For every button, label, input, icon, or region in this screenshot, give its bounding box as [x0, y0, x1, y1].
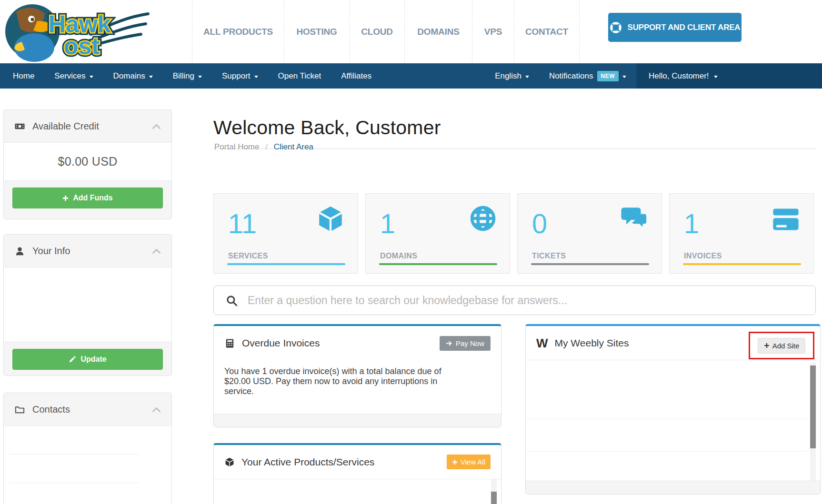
nav-services-label: Services: [54, 71, 85, 81]
nav-domains[interactable]: Domains: [103, 63, 163, 89]
nav-notifications[interactable]: Notifications NEW: [539, 63, 636, 89]
domains-label: DOMAINS: [380, 252, 417, 260]
top-nav-domains[interactable]: DOMAINS: [404, 0, 472, 63]
overdue-invoices-title: Overdue Invoices: [242, 337, 320, 349]
overdue-invoices-footer: [214, 414, 501, 427]
nav-billing-label: Billing: [173, 71, 194, 81]
collapse-chevron-icon[interactable]: [152, 121, 161, 132]
contacts-body: [4, 425, 171, 504]
add-funds-button[interactable]: Add Funds: [12, 188, 163, 208]
breadcrumb-portal-home[interactable]: Portal Home: [214, 142, 259, 151]
account-greeting: Hello, Customer!: [649, 71, 709, 81]
collapse-chevron-icon[interactable]: [152, 246, 161, 257]
your-info-title: Your Info: [32, 246, 70, 257]
products-scrollbar-thumb[interactable]: [491, 492, 497, 504]
main-navbar: Home Services Domains Billing Support Op…: [0, 63, 822, 89]
top-nav-vps[interactable]: VPS: [472, 0, 514, 63]
caret-down-icon: [198, 76, 202, 78]
caret-down-icon: [90, 76, 93, 78]
nav-support-label: Support: [222, 71, 251, 81]
nav-open-ticket-label: Open Ticket: [278, 71, 321, 81]
nav-affiliates[interactable]: Affiliates: [331, 63, 381, 89]
nav-home-label: Home: [13, 71, 34, 81]
caret-down-icon: [714, 76, 718, 78]
cube-icon: [316, 204, 345, 236]
stat-tile-tickets[interactable]: 0 TICKETS: [517, 193, 662, 274]
arrow-right-icon: [446, 340, 452, 346]
active-products-header: Your Active Products/Services View All: [214, 445, 501, 479]
contacts-panel: Contacts: [3, 393, 172, 504]
nav-domains-label: Domains: [113, 71, 145, 81]
tickets-underline: [531, 263, 649, 265]
nav-services[interactable]: Services: [44, 63, 103, 89]
knowledgebase-search: [213, 286, 816, 315]
invoices-underline: [683, 263, 801, 265]
active-products-panel: Your Active Products/Services View All: [213, 443, 501, 504]
overdue-invoices-panel: Overdue Invoices Pay Now You have 1 over…: [213, 324, 501, 427]
person-icon: [14, 246, 25, 257]
banknote-icon: [14, 121, 25, 132]
plus-icon: [62, 195, 69, 201]
available-credit-title: Available Credit: [32, 121, 99, 132]
breadcrumb: Portal Home / Client Area: [214, 142, 313, 152]
your-info-header: Your Info: [4, 235, 171, 267]
add-funds-label: Add Funds: [73, 194, 113, 202]
calculator-icon: [224, 338, 235, 349]
contact-list-row[interactable]: [10, 455, 140, 483]
life-ring-icon: [610, 21, 622, 34]
stats-row: 11 SERVICES 1 DOMAINS 0: [213, 193, 814, 274]
hawkhost-logo[interactable]: Hawk Hawk Hawk ost ost ost: [3, 1, 150, 62]
view-all-button[interactable]: View All: [447, 455, 491, 469]
caret-down-icon: [254, 76, 258, 78]
stat-tile-services[interactable]: 11 SERVICES: [213, 193, 358, 274]
weebly-sites-title: My Weebly Sites: [555, 337, 629, 349]
nav-notifications-label: Notifications: [549, 71, 593, 81]
weebly-scrollbar-thumb[interactable]: [810, 366, 816, 448]
collapse-chevron-icon[interactable]: [152, 404, 161, 415]
top-nav-contact[interactable]: CONTACT: [514, 0, 580, 63]
client-area-page: Hawk Hawk Hawk ost ost ost ALL PRODUCTS …: [0, 0, 822, 504]
domains-count: 1: [380, 210, 395, 237]
nav-billing[interactable]: Billing: [163, 63, 212, 89]
tickets-label: TICKETS: [532, 252, 566, 260]
cube-icon: [224, 457, 235, 467]
invoices-label: INVOICES: [684, 252, 722, 260]
nav-language[interactable]: English: [482, 63, 539, 89]
nav-home[interactable]: Home: [0, 63, 44, 89]
contact-list-row[interactable]: [10, 426, 140, 455]
nav-open-ticket[interactable]: Open Ticket: [268, 63, 331, 89]
nav-account-menu[interactable]: Hello, Customer!: [636, 63, 822, 89]
available-credit-header: Available Credit: [4, 110, 171, 142]
top-nav-cloud[interactable]: CLOUD: [349, 0, 404, 63]
folder-icon: [14, 404, 25, 415]
caret-down-icon: [149, 76, 153, 78]
top-nav-hosting[interactable]: HOSTING: [284, 0, 349, 63]
domains-underline: [379, 263, 497, 265]
plus-icon: [452, 459, 458, 465]
nav-support[interactable]: Support: [212, 63, 268, 89]
plus-icon: [764, 343, 770, 348]
caret-down-icon: [622, 76, 626, 78]
available-credit-panel: Available Credit $0.00 USD Add Funds: [3, 109, 172, 219]
update-info-button[interactable]: Update: [12, 349, 163, 370]
active-products-title: Your Active Products/Services: [241, 456, 374, 468]
contacts-title: Contacts: [32, 404, 70, 415]
hawkhost-logo-image: Hawk Hawk Hawk ost ost ost: [3, 1, 150, 62]
nav-language-label: English: [495, 71, 521, 81]
weebly-sites-footer: [526, 481, 820, 494]
top-nav-all-products[interactable]: ALL PRODUCTS: [192, 0, 284, 63]
available-credit-amount: $0.00 USD: [4, 142, 171, 181]
available-credit-footer: Add Funds: [4, 181, 171, 215]
stat-tile-invoices[interactable]: 1 INVOICES: [669, 193, 814, 274]
contacts-header: Contacts: [4, 393, 171, 425]
top-header: Hawk Hawk Hawk ost ost ost ALL PRODUCTS …: [0, 0, 822, 63]
view-all-label: View All: [461, 458, 485, 466]
knowledgebase-search-input[interactable]: [247, 294, 804, 307]
pay-now-button[interactable]: Pay Now: [440, 336, 491, 351]
support-client-area-button[interactable]: SUPPORT AND CLIENT AREA: [608, 13, 742, 42]
invoices-count: 1: [684, 210, 699, 237]
stat-tile-domains[interactable]: 1 DOMAINS: [365, 193, 510, 274]
add-site-button[interactable]: Add Site: [758, 338, 806, 354]
your-info-body: [4, 267, 171, 342]
services-underline: [227, 263, 345, 265]
